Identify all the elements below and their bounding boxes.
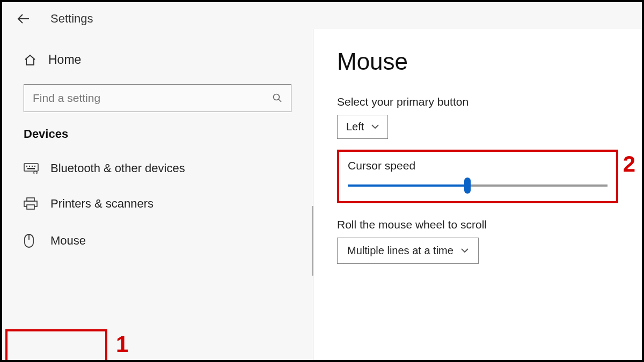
primary-button-value: Left [346,121,364,133]
home-icon [24,54,36,67]
search-icon [273,93,282,103]
slider-fill [348,184,467,187]
keyboard-icon [24,163,38,174]
svg-rect-10 [27,205,34,209]
annotation-number-2: 2 [623,151,635,177]
search-input[interactable] [33,92,273,105]
search-box[interactable] [24,84,291,112]
svg-rect-1 [24,164,38,171]
annotation-highlight-2: Cursor speed [337,150,618,203]
cursor-speed-slider[interactable] [348,181,608,190]
printer-icon [24,197,38,210]
sidebar-item-bluetooth[interactable]: Bluetooth & other devices [2,151,313,186]
svg-point-4 [32,166,33,167]
svg-point-3 [29,166,30,167]
scroll-label: Roll the mouse wheel to scroll [337,218,618,231]
chevron-down-icon [461,248,469,253]
slider-thumb[interactable] [464,178,471,194]
sidebar-item-label: Bluetooth & other devices [50,161,185,175]
svg-point-2 [26,166,27,167]
annotation-number-1: 1 [116,331,128,357]
window-header: Settings [2,2,642,29]
back-arrow-icon[interactable] [17,14,29,24]
sidebar-item-label: Mouse [50,234,86,248]
svg-rect-8 [27,198,34,201]
home-label: Home [48,53,81,67]
chevron-down-icon [371,124,379,129]
home-nav[interactable]: Home [2,45,313,75]
scroll-dropdown[interactable]: Multiple lines at a time [337,238,479,264]
app-title: Settings [50,12,93,26]
mouse-icon [24,233,38,248]
sidebar: Home Devices Bluetooth & other devices P… [2,29,313,360]
content-pane: Mouse Select your primary button Left 2 … [313,29,642,360]
page-title: Mouse [337,48,618,75]
annotation-highlight-1 [5,329,107,362]
svg-point-0 [274,94,280,100]
body-area: Home Devices Bluetooth & other devices P… [2,29,642,360]
sidebar-item-label: Printers & scanners [50,197,153,211]
scroll-value: Multiple lines at a time [347,245,453,257]
category-label: Devices [2,127,313,151]
primary-button-label: Select your primary button [337,95,618,108]
sidebar-item-mouse[interactable]: Mouse [2,225,313,257]
cursor-speed-label: Cursor speed [348,159,608,172]
sidebar-item-printers[interactable]: Printers & scanners [2,186,313,221]
primary-button-dropdown[interactable]: Left [337,115,388,139]
svg-rect-6 [27,168,35,169]
svg-point-5 [34,166,35,167]
